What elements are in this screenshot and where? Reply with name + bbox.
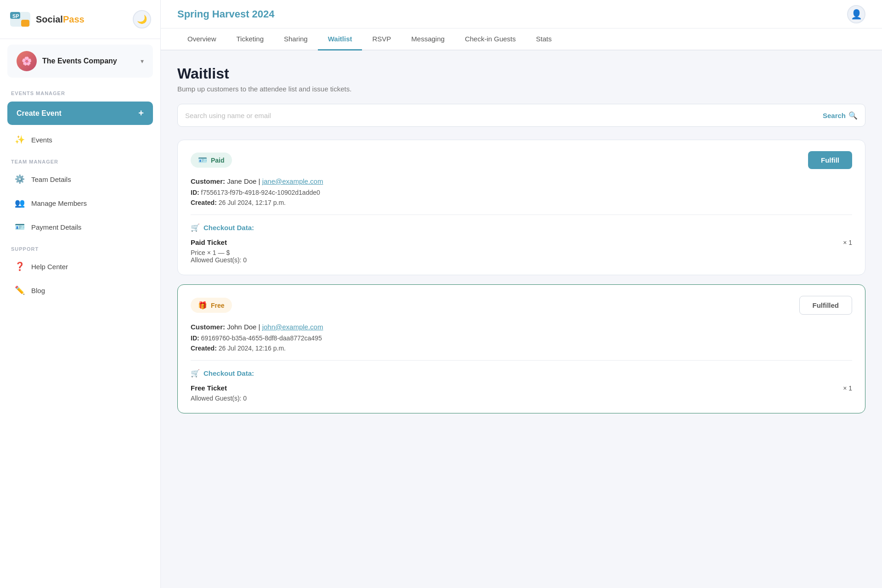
blog-icon: ✏️ <box>15 285 25 295</box>
customer-info-2: Customer: John Doe | john@example.com <box>191 323 852 331</box>
sidebar-item-events[interactable]: ✨ Events <box>4 129 157 151</box>
tab-waitlist[interactable]: Waitlist <box>318 28 362 51</box>
search-button[interactable]: Search 🔍 <box>823 111 858 120</box>
members-icon: 👥 <box>15 198 25 208</box>
card-1-header: 🪪 Paid Fulfill <box>191 151 852 169</box>
created-date-2: Created: 26 Jul 2024, 12:16 p.m. <box>191 345 852 352</box>
company-selector[interactable]: 🌸 The Events Company ▾ <box>7 45 153 78</box>
events-icon: ✨ <box>15 135 25 145</box>
checkout-label-2: 🛒 Checkout Data: <box>191 369 852 378</box>
svg-text:SP: SP <box>12 13 19 19</box>
ticket-guests-1: Allowed Guest(s): 0 <box>191 256 852 264</box>
fulfilled-button-2[interactable]: Fulfilled <box>799 296 853 315</box>
company-avatar: 🌸 <box>17 51 37 71</box>
ticket-row-2: Free Ticket × 1 <box>191 384 852 392</box>
search-bar: Search 🔍 <box>177 104 865 127</box>
payment-icon: 🪪 <box>15 222 25 232</box>
ticket-guests-2: Allowed Guest(s): 0 <box>191 395 852 402</box>
waitlist-card-1: 🪪 Paid Fulfill Customer: Jane Doe | jane… <box>177 140 865 275</box>
customer-info-1: Customer: Jane Doe | jane@example.com <box>191 177 852 185</box>
tab-rsvp[interactable]: RSVP <box>362 28 401 51</box>
cart-icon-2: 🛒 <box>191 369 200 378</box>
tab-overview[interactable]: Overview <box>177 28 226 51</box>
plus-icon: + <box>138 108 144 119</box>
cart-icon-1: 🛒 <box>191 223 200 232</box>
help-icon: ❓ <box>15 261 25 271</box>
sidebar-item-help-center[interactable]: ❓ Help Center <box>4 255 157 277</box>
tabs-bar: Overview Ticketing Sharing Waitlist RSVP… <box>161 28 882 51</box>
content-area: Waitlist Bump up customers to the attend… <box>161 51 882 588</box>
tab-sharing[interactable]: Sharing <box>274 28 318 51</box>
page-title: Waitlist <box>177 65 865 82</box>
main-content: Spring Harvest 2024 👤 Overview Ticketing… <box>161 0 882 588</box>
sidebar-item-blog[interactable]: ✏️ Blog <box>4 279 157 301</box>
sidebar-item-team-details[interactable]: ⚙️ Team Details <box>4 168 157 190</box>
logo: SP SocialPass <box>9 8 85 30</box>
sidebar-item-payment-details[interactable]: 🪪 Payment Details <box>4 216 157 238</box>
paid-badge: 🪪 Paid <box>191 153 232 168</box>
support-label: SUPPORT <box>0 239 160 254</box>
search-input[interactable] <box>185 112 823 119</box>
team-manager-label: TEAM MANAGER <box>0 152 160 167</box>
record-id-1: ID: f7556173-f97b-4918-924c-10902d1adde0 <box>191 189 852 196</box>
tab-messaging[interactable]: Messaging <box>401 28 455 51</box>
checkout-label-1: 🛒 Checkout Data: <box>191 223 852 232</box>
logo-text: SocialPass <box>36 14 85 25</box>
card-divider-1 <box>191 215 852 215</box>
page-subtitle: Bump up customers to the attendee list a… <box>177 85 865 93</box>
socialpass-logo-icon: SP <box>9 8 31 30</box>
chevron-down-icon: ▾ <box>141 57 144 65</box>
tab-check-in-guests[interactable]: Check-in Guests <box>455 28 526 51</box>
tab-ticketing[interactable]: Ticketing <box>226 28 274 51</box>
gear-icon: ⚙️ <box>15 174 25 184</box>
fulfill-button-1[interactable]: Fulfill <box>808 151 852 169</box>
free-badge: 🎁 Free <box>191 298 232 313</box>
record-id-2: ID: 69169760-b35a-4655-8df8-daa8772ca495 <box>191 334 852 342</box>
free-badge-icon: 🎁 <box>198 301 207 310</box>
sidebar-logo-area: SP SocialPass 🌙 <box>0 0 160 39</box>
event-title: Spring Harvest 2024 <box>177 8 275 20</box>
ticket-price-1: Price × 1 — $ <box>191 249 852 256</box>
tab-stats[interactable]: Stats <box>526 28 562 51</box>
paid-badge-icon: 🪪 <box>198 156 207 164</box>
card-divider-2 <box>191 360 852 361</box>
svg-rect-2 <box>21 20 29 27</box>
dark-mode-toggle[interactable]: 🌙 <box>133 10 151 28</box>
created-date-1: Created: 26 Jul 2024, 12:17 p.m. <box>191 199 852 206</box>
waitlist-card-2: 🎁 Free Fulfilled Customer: John Doe | jo… <box>177 284 865 413</box>
company-name: The Events Company <box>42 57 135 65</box>
ticket-row-1: Paid Ticket × 1 <box>191 238 852 246</box>
sidebar-item-manage-members[interactable]: 👥 Manage Members <box>4 192 157 214</box>
top-header: Spring Harvest 2024 👤 <box>161 0 882 28</box>
create-event-button[interactable]: Create Event + <box>7 102 153 125</box>
sidebar: SP SocialPass 🌙 🌸 The Events Company ▾ E… <box>0 0 161 588</box>
search-icon: 🔍 <box>848 111 858 120</box>
customer-email-1[interactable]: jane@example.com <box>262 177 323 185</box>
events-manager-label: EVENTS MANAGER <box>0 83 160 99</box>
card-2-header: 🎁 Free Fulfilled <box>191 296 852 315</box>
user-avatar-button[interactable]: 👤 <box>847 5 865 23</box>
customer-email-2[interactable]: john@example.com <box>262 323 323 331</box>
